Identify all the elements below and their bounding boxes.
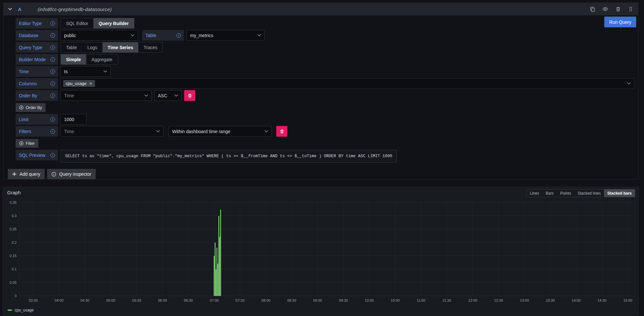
field-label-time: Time i [16,66,58,77]
duplicate-query-icon[interactable] [590,6,596,12]
svg-text:10:00: 10:00 [365,298,374,302]
database-select[interactable]: public [61,30,138,41]
order-by-direction-select[interactable]: ASC [154,90,182,101]
svg-text:14:00: 14:00 [572,298,581,302]
remove-tag-icon[interactable]: ✕ [89,82,92,86]
option-logs[interactable]: Logs [82,42,102,52]
svg-text:05:30: 05:30 [132,298,141,302]
chevron-down-icon [627,82,631,85]
svg-text:06:00: 06:00 [158,298,167,302]
graph-panel: Graph LinesBarsPointsStacked linesStacke… [3,187,639,315]
filter-range-select[interactable]: Within dashboard time range [169,126,272,137]
svg-text:12:00: 12:00 [468,298,477,302]
query-footer: Add query Query inspector [8,169,96,179]
svg-text:09:00: 09:00 [313,298,322,302]
svg-text:12:30: 12:30 [494,298,503,302]
table-select[interactable]: my_metrics [186,30,265,41]
field-label-builder-mode: Builder Mode i [16,54,58,65]
query-builder-form: Editor Type i SQL EditorQuery Builder Da… [4,15,638,163]
svg-text:0.3: 0.3 [12,214,17,218]
info-icon[interactable]: i [50,33,55,38]
option-time-series[interactable]: Time Series [103,42,138,52]
time-series-chart[interactable]: 00.050.10.150.20.250.30.3503:3004:0004:3… [3,195,638,308]
svg-text:11:00: 11:00 [417,298,425,302]
svg-text:06:30: 06:30 [184,298,193,302]
datasource-name: (info8fcc-greptimedb-datasource) [38,7,112,12]
filter-column-select[interactable]: Time [61,126,163,137]
option-traces[interactable]: Traces [138,42,162,52]
field-label-filters: Filters i [16,126,58,137]
field-label-order-by: Order By i [16,90,58,101]
editor-type-radio-group: SQL EditorQuery Builder [61,18,134,29]
row-limit: Limit i 1000 [16,114,638,125]
add-filter-button[interactable]: Filter [16,139,38,148]
field-label-table: Table i [142,30,184,41]
svg-text:0.1: 0.1 [12,267,17,271]
option-table[interactable]: Table [61,42,82,52]
selected-columns: cpu_usage✕ [61,80,95,87]
svg-text:04:30: 04:30 [80,298,89,302]
row-database-table: Database i public Table i my_metrics [16,30,638,41]
chevron-down-icon [257,34,261,36]
info-icon[interactable]: i [50,21,55,26]
svg-text:07:30: 07:30 [236,298,245,302]
option-simple[interactable]: Simple [61,54,86,64]
chevron-down-icon [174,94,178,97]
svg-text:0.25: 0.25 [10,227,17,231]
plus-circle-icon [19,105,23,110]
order-by-column-select[interactable]: Time [61,90,152,101]
field-label-columns: Columns i [16,78,58,89]
add-order-by-button[interactable]: Order By [16,103,46,112]
svg-text:03:30: 03:30 [29,298,38,302]
columns-multiselect[interactable]: cpu_usage✕ [61,78,634,89]
info-icon[interactable]: i [176,33,181,38]
svg-text:10:30: 10:30 [391,298,400,302]
row-builder-mode: Builder Mode i SimpleAggregate [16,54,638,65]
option-sql-editor[interactable]: SQL Editor [61,18,93,28]
info-icon[interactable]: i [50,153,55,158]
query-editor-card: A (info8fcc-greptimedb-datasource) Run Q… [3,3,638,179]
row-columns: Columns i cpu_usage✕ [16,78,638,89]
row-time: Time i ts [16,66,638,77]
field-label-sql-preview: SQL Preview i [16,150,58,160]
plus-circle-icon [19,141,23,145]
svg-text:04:00: 04:00 [55,298,64,302]
info-icon[interactable]: i [50,117,55,122]
legend-swatch [7,309,12,311]
trash-icon[interactable] [615,6,621,12]
option-query-builder[interactable]: Query Builder [93,18,134,28]
info-circle-icon [51,172,56,177]
eye-icon[interactable] [602,6,608,12]
info-icon[interactable]: i [50,69,55,74]
chevron-down-icon [144,94,148,97]
field-label-limit: Limit i [16,114,58,125]
time-column-select[interactable]: ts [61,66,111,77]
remove-order-by-button[interactable] [184,90,195,101]
svg-text:0: 0 [15,294,17,298]
collapse-chevron-icon[interactable] [8,8,12,10]
legend-item-cpu-usage[interactable]: cpu_usage [7,308,34,312]
row-filters: Filters i Time Within dashboard time ran… [16,126,638,137]
option-aggregate[interactable]: Aggregate [86,54,118,64]
column-tag-cpu_usage[interactable]: cpu_usage✕ [63,80,95,87]
query-inspector-button[interactable]: Query inspector [47,169,96,179]
chevron-down-icon [265,130,268,132]
svg-text:05:00: 05:00 [106,298,116,302]
info-icon[interactable]: i [50,81,55,86]
svg-text:0.05: 0.05 [10,281,17,284]
svg-text:07:00: 07:00 [210,298,219,302]
info-icon[interactable]: i [50,93,55,98]
svg-text:14:30: 14:30 [597,298,607,302]
sql-preview-code: SELECT ts as "time", cpu_usage FROM "pub… [61,150,397,163]
info-icon[interactable]: i [50,45,55,50]
field-label-query-type: Query Type i [16,42,58,53]
info-icon[interactable]: i [50,129,55,134]
info-icon[interactable]: i [50,57,55,62]
drag-handle-icon[interactable] [628,6,634,12]
query-row-header[interactable]: A (info8fcc-greptimedb-datasource) [4,3,638,15]
limit-input[interactable]: 1000 [61,114,87,125]
chevron-down-icon [156,130,160,132]
remove-filter-button[interactable] [276,126,287,137]
trash-icon [280,129,284,134]
add-query-button[interactable]: Add query [8,169,45,179]
